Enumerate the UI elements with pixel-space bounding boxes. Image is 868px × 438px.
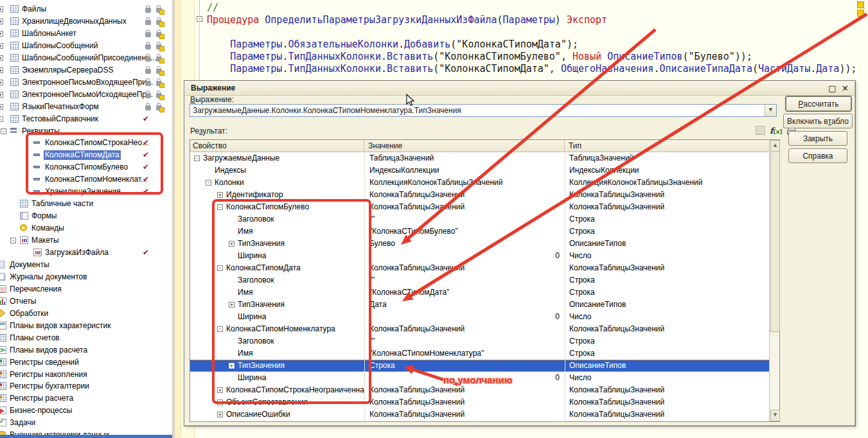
tree-item[interactable]: Планы видов характеристик [0, 320, 172, 332]
table-row[interactable]: +ИдентификаторКолонкаТаблицыЗначенийКоло… [190, 189, 769, 201]
table-row[interactable]: Заголовок""Строка [190, 335, 769, 347]
tree-item[interactable]: КолонкаСТипомСтрокаНео...✔ [0, 137, 172, 149]
tree-item-label[interactable]: Регистры расчета [8, 394, 75, 403]
tree-item-label[interactable]: ХранилищеДвоичныхДанных [21, 17, 128, 26]
tree-item-label[interactable]: Перечисления [8, 285, 63, 294]
table-row[interactable]: +ТипЗначенияБулевоОписаниеТипов [190, 238, 769, 250]
tree-item-label[interactable]: ШаблоныСообщенийПрисоединенн... [21, 53, 158, 63]
tree-item[interactable]: Документы [0, 259, 172, 271]
tree-item[interactable]: КолонкаСТипомДата✔ [0, 149, 172, 161]
expander-icon[interactable]: + [0, 104, 3, 110]
tree-item-label[interactable]: Макеты [30, 236, 60, 245]
tree-item[interactable]: -Макеты [0, 234, 172, 247]
tree-item[interactable]: +ЭлектронноеПисьмоВходящееПри... [0, 76, 172, 89]
tree-item[interactable]: +ЭкземплярыСервераDSS [0, 64, 172, 76]
tree-item[interactable]: Бизнес-процессы [0, 405, 172, 417]
tree-item[interactable]: +ЭлектронноеПисьмоИсходящееПр... [0, 89, 172, 101]
tree-item[interactable]: Регистры сведений [0, 356, 172, 369]
scroll-up-icon[interactable]: ▲ [770, 140, 780, 152]
tree-item-label[interactable]: Отчеты [8, 297, 37, 306]
function-icon[interactable]: f[x] [770, 126, 783, 136]
panel-splitter[interactable] [172, 0, 175, 438]
tree-item[interactable]: КолонкаСТипомНоменклат...✔ [0, 173, 172, 186]
table-row[interactable]: -КолонкаСТипомДатаКолонкаТаблицыЗначений… [190, 262, 769, 274]
expander-icon[interactable]: + [0, 19, 3, 24]
expander-icon[interactable]: + [229, 302, 235, 308]
code-line[interactable]: // [207, 2, 218, 14]
column-header-value[interactable]: Значение [364, 140, 565, 152]
tree-item[interactable]: +ШаблоныСообщенийПрисоединенн... [0, 52, 172, 64]
expander-icon[interactable]: - [1, 128, 6, 134]
help-button[interactable]: Справка [788, 148, 847, 163]
tree-item-label[interactable]: Команды [30, 223, 66, 233]
code-line[interactable]: Параметры.ОбязательныеКолонки.Добавить("… [207, 39, 578, 51]
expander-icon[interactable]: + [217, 192, 223, 198]
code-line[interactable]: Параметры.ТипДанныхКолонки.Вставить("Кол… [207, 51, 752, 63]
tree-item-label[interactable]: Обработки [8, 309, 49, 319]
table-row[interactable]: +ОбъектСопоставленияКолонкаТаблицыЗначен… [190, 396, 769, 408]
table-row[interactable]: +ОписаниеОшибкиКолонкаТаблицыЗначенийКол… [190, 408, 769, 421]
table-row[interactable]: -КолонкаСТипомНоменклатураКолонкаТаблицы… [190, 323, 769, 335]
table-row[interactable]: +ТипЗначенияДатаОписаниеТипов [190, 299, 769, 311]
expander-icon[interactable]: + [229, 241, 235, 247]
tree-item[interactable]: Регистры бухгалтерии [0, 380, 172, 392]
table-row[interactable]: Ширина0Число [190, 250, 769, 262]
table-row[interactable]: ИндексыИндексыКоллекцииИндексыКоллекции [190, 164, 769, 177]
tree-item-label[interactable]: Регистры сведений [8, 358, 80, 367]
chevron-down-icon[interactable]: ▼ [765, 105, 776, 116]
tree-item-label[interactable]: Регистры накопления [8, 370, 89, 380]
expander-icon[interactable]: + [217, 399, 223, 405]
tree-item-label[interactable]: Реквизиты [21, 127, 61, 136]
tree-item[interactable]: Обработки [0, 308, 172, 320]
vertical-scrollbar[interactable]: ▲ ▼ [769, 140, 779, 421]
table-row[interactable]: -ЗагружаемыеДанныеТаблицаЗначенийТаблица… [190, 152, 769, 164]
tree-item[interactable]: ХранилищеЗначения✔ [0, 186, 172, 198]
table-row[interactable]: Заголовок""Строка [190, 274, 769, 286]
code-line[interactable]: Процедура ОпределитьПараметрыЗагрузкиДан… [207, 14, 607, 26]
tree-item-label[interactable]: КолонкаСТипомНоменклат... [44, 175, 148, 184]
tree-item[interactable]: Формы [0, 210, 172, 222]
tree-item[interactable]: Журналы документов [0, 271, 172, 283]
code-line[interactable]: Параметры.ТипДанныхКолонки.Вставить("Кол… [207, 63, 857, 75]
tree-item[interactable]: ЗагрузкаИзФайла✔ [0, 247, 172, 259]
table-row[interactable]: Заголовок""Строка [190, 213, 769, 225]
maximize-icon[interactable]: □ [827, 83, 838, 94]
tree-item-label[interactable]: Бизнес-процессы [8, 406, 73, 416]
tree-item[interactable]: +ШаблоныСообщений [0, 40, 172, 52]
tree-item-label[interactable]: Файлы [21, 4, 48, 14]
tree-item[interactable]: Перечисления [0, 283, 172, 295]
tree-item[interactable]: Регистры расчета [0, 392, 172, 405]
tree-item-label[interactable]: ШаблоныАнкет [21, 29, 78, 39]
tree-item[interactable]: +Файлы [0, 3, 172, 15]
tree-item-label[interactable]: ЭлектронноеПисьмоИсходящееПр... [21, 90, 154, 100]
tree-item[interactable]: Табличные части [0, 198, 172, 210]
tree-item-label[interactable]: КолонкаСТипомСтрокаНео... [44, 138, 150, 148]
tree-item-label[interactable]: ЭкземплярыСервераDSS [21, 66, 115, 75]
tree-item[interactable]: Планы видов расчета [0, 344, 172, 356]
tree-item[interactable]: +ХранилищеДвоичныхДанных [0, 15, 172, 28]
expander-icon[interactable]: - [217, 326, 223, 332]
expander-icon[interactable]: + [0, 31, 3, 37]
tree-item[interactable]: -ТестовыйСправочник✔ [0, 113, 172, 125]
dialog-titlebar[interactable]: Выражение □ ✕ [185, 82, 855, 96]
tree-item-label[interactable]: Планы счетов [8, 333, 61, 343]
tree-item-label[interactable]: КолонкаСТипомБулево [44, 162, 129, 172]
tree-item-label[interactable]: Журналы документов [8, 272, 89, 282]
expander-icon[interactable]: - [217, 265, 223, 271]
expander-icon[interactable]: + [0, 92, 3, 98]
expander-icon[interactable]: - [206, 180, 211, 186]
table-row[interactable]: Имя"КолонкаСТипомДата"Строка [190, 286, 769, 299]
calculate-button[interactable]: Рассчитать [786, 96, 851, 111]
expander-icon[interactable]: + [0, 6, 3, 12]
expander-icon[interactable]: + [217, 412, 223, 417]
hand-document-icon[interactable] [756, 126, 765, 135]
tree-item[interactable]: КолонкаСТипомБулево✔ [0, 161, 172, 173]
expander-icon[interactable]: + [229, 363, 235, 369]
scroll-down-icon[interactable]: ▼ [770, 410, 780, 421]
expander-icon[interactable]: - [10, 238, 16, 243]
expander-icon[interactable]: + [0, 43, 3, 49]
close-button[interactable]: Закрыть [788, 131, 847, 146]
table-row[interactable]: -КолонкиКоллекцияКолонокТаблицыЗначенийК… [190, 177, 769, 189]
tree-item[interactable]: Задачи [0, 417, 172, 429]
expander-icon[interactable]: + [0, 67, 3, 73]
